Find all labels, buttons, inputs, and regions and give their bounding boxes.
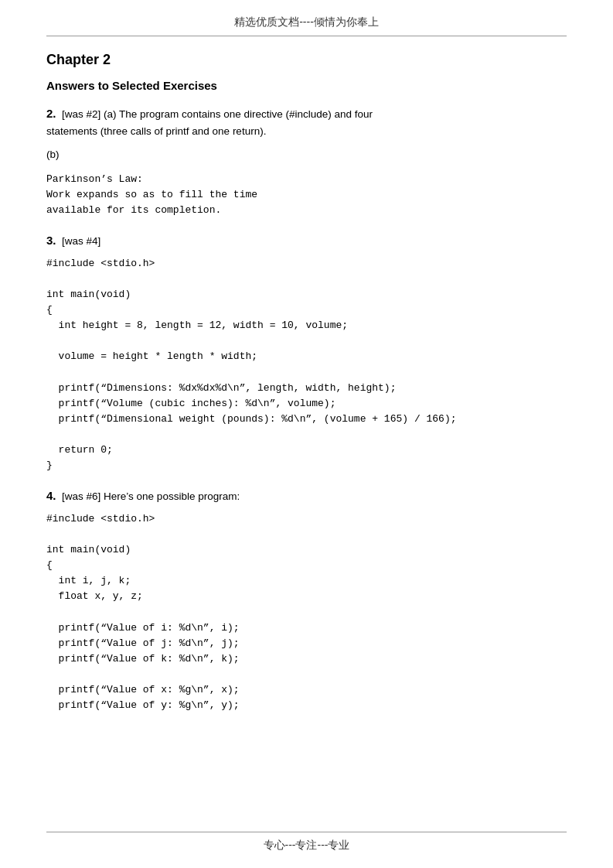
ex2-number: 2. (46, 107, 56, 120)
ex4-number: 4. (46, 489, 56, 502)
exercise-2: 2. [was #2] (a) The program contains one… (46, 104, 567, 219)
exercise-4: 4. [was #6] Here’s one possible program:… (46, 487, 567, 714)
ex2-partb: (b) (46, 146, 567, 163)
ex3-line1: 3. [was #4] (46, 231, 567, 250)
bottom-footer: 专心---专注---专业 (46, 832, 567, 853)
ex4-line1: 4. [was #6] Here’s one possible program: (46, 487, 567, 505)
ex2-tag: [was #2] (62, 108, 100, 120)
header-text: 精选优质文档----倾情为你奉上 (234, 15, 379, 28)
ex3-number: 3. (46, 234, 56, 247)
ex3-code: #include <stdio.h> int main(void) { int … (46, 256, 567, 474)
ex4-code: #include <stdio.h> int main(void) { int … (46, 511, 567, 714)
footer-text: 专心---专注---专业 (264, 839, 350, 851)
ex3-tag: [was #4] (62, 235, 100, 247)
ex4-intro: Here’s one possible program: (104, 490, 240, 502)
top-header: 精选优质文档----倾情为你奉上 (46, 15, 567, 36)
ex2-line1: 2. [was #2] (a) The program contains one… (46, 104, 567, 140)
ex2-parkinson: Parkinson’s Law: Work expands so as to f… (46, 172, 567, 218)
exercise-3: 3. [was #4] #include <stdio.h> int main(… (46, 231, 567, 474)
section-title: Answers to Selected Exercises (46, 79, 567, 92)
page: 精选优质文档----倾情为你奉上 Chapter 2 Answers to Se… (0, 0, 613, 868)
chapter-title: Chapter 2 (46, 52, 567, 68)
ex4-tag: [was #6] (62, 490, 100, 502)
